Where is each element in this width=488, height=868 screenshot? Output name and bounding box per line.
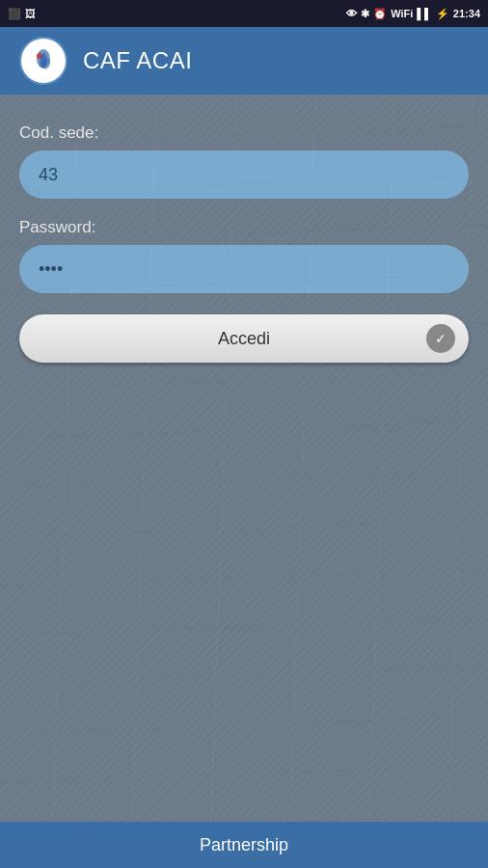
status-left-icons: ⬛ 🖼 xyxy=(8,8,36,20)
accedi-label: Accedi xyxy=(218,329,270,349)
bluetooth-icon: ✱ xyxy=(361,8,369,20)
cod-sede-input[interactable] xyxy=(19,150,469,199)
image-icon: 🖼 xyxy=(25,8,36,19)
accedi-button[interactable]: Accedi ✓ xyxy=(19,314,469,363)
password-label: Password: xyxy=(19,218,469,237)
usb-icon: ⬛ xyxy=(8,8,21,20)
wifi-icon: WiFi xyxy=(391,8,413,19)
status-bar: ⬛ 🖼 👁 ✱ ⏰ WiFi ▌▌ ⚡ 21:34 xyxy=(0,0,488,27)
footer-text: Partnership xyxy=(200,835,288,855)
password-group: Password: xyxy=(19,218,469,293)
check-icon: ✓ xyxy=(426,324,455,353)
signal-icon: ▌▌ xyxy=(417,8,432,19)
logo-svg xyxy=(25,42,62,79)
battery-icon: ⚡ xyxy=(436,8,449,20)
app-header: CAF ACAI xyxy=(0,27,488,95)
eye-icon: 👁 xyxy=(346,8,357,19)
time-display: 21:34 xyxy=(453,8,480,19)
status-right-icons: 👁 ✱ ⏰ WiFi ▌▌ ⚡ 21:34 xyxy=(346,8,480,20)
cod-sede-group: Cod. sede: xyxy=(19,123,469,199)
alarm-icon: ⏰ xyxy=(373,8,387,20)
footer: Partnership xyxy=(0,822,488,868)
app-title: CAF ACAI xyxy=(83,47,192,74)
main-content: Cod. sede: Password: Accedi ✓ xyxy=(0,95,488,822)
password-input[interactable] xyxy=(19,245,469,293)
app-logo xyxy=(19,37,68,85)
cod-sede-label: Cod. sede: xyxy=(19,123,469,143)
